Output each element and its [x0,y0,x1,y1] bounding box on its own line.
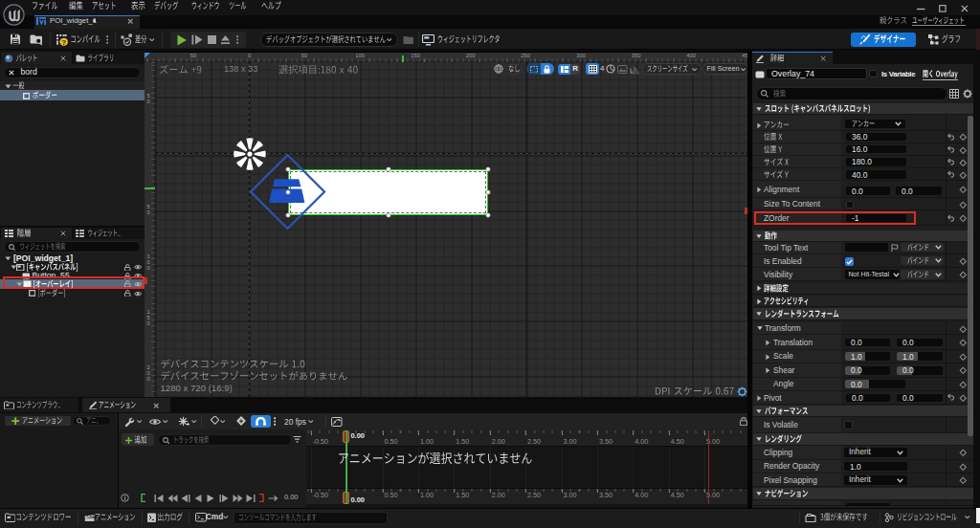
svg-text:?: ? [61,37,66,45]
